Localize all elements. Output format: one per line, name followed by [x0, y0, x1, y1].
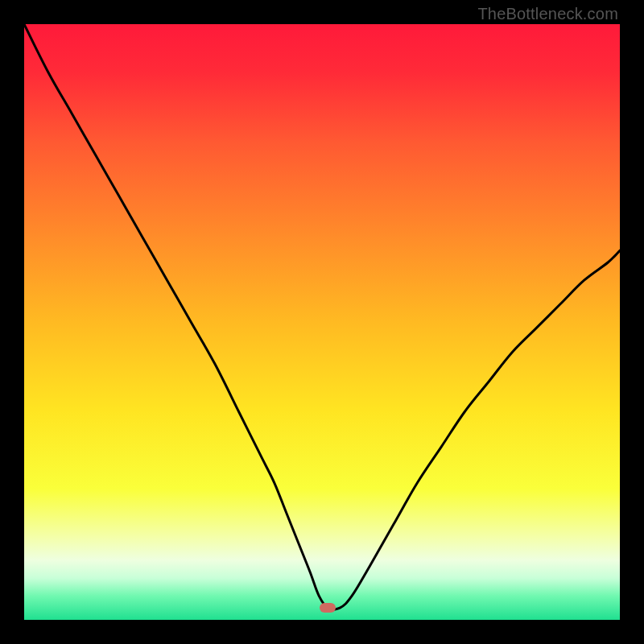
chart-svg: [24, 24, 620, 620]
plot-area: [24, 24, 620, 620]
watermark-text: TheBottleneck.com: [477, 5, 618, 23]
optimal-point-marker: [320, 603, 336, 613]
chart-frame: TheBottleneck.com: [0, 0, 644, 644]
gradient-background: [24, 24, 620, 620]
